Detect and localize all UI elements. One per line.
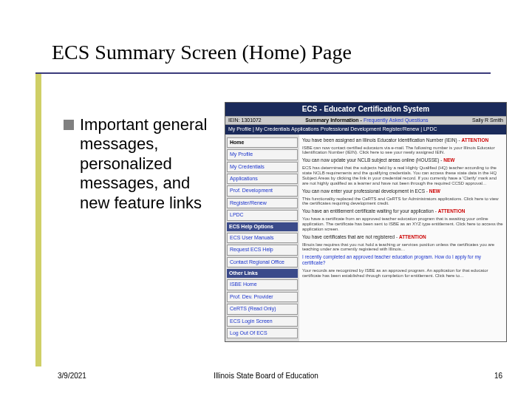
notice: You can now update your NCLB subject are… <box>302 157 503 163</box>
notice: You can now enter your professional deve… <box>302 188 503 194</box>
app-sidebar: Home My Profile My Credentials Applicati… <box>225 134 299 342</box>
sidebar-item[interactable]: LPDC <box>227 210 298 220</box>
notice-detail: Your records are recognized by ISBE as a… <box>302 268 503 279</box>
title-underline <box>35 72 491 74</box>
sidebar-item[interactable]: ISBE Home <box>227 279 298 290</box>
notice: You have an entitlement certificate wait… <box>302 208 503 214</box>
notice-detail: ISBE can now contact certified educators… <box>302 146 503 156</box>
app-main: You have been assigned an Illinois Educa… <box>299 134 506 342</box>
app-topbar: IEIN: 1301072 Summary Information - Freq… <box>225 116 506 125</box>
sidebar-item[interactable]: Request ECS Help <box>227 245 298 255</box>
bullet-icon <box>64 120 74 130</box>
sidebar-header: Other Links <box>227 269 298 278</box>
notice: You have certificates that are not regis… <box>302 234 503 240</box>
sidebar-item[interactable]: Prof. Development <box>227 185 298 196</box>
sidebar-item[interactable]: ECS User Manuals <box>227 233 298 243</box>
bullet-item: Important general messages, personalized… <box>64 115 213 213</box>
footer-center: Illinois State Board of Education <box>0 372 532 380</box>
sidebar-item[interactable]: Applications <box>227 174 298 184</box>
notice-detail: You have a certificate from an approved … <box>302 216 503 232</box>
notice-detail: This functionality replaced the CeRTS an… <box>302 197 503 207</box>
sidebar-item[interactable]: Contact Regional Office <box>227 257 298 267</box>
accent-bar <box>35 74 41 366</box>
embedded-screenshot: ECS - Educator Certification System IEIN… <box>225 102 507 342</box>
sidebar-item-home[interactable]: Home <box>227 137 298 148</box>
notice-detail: ECS has determined that the subjects hel… <box>302 166 503 186</box>
sidebar-item[interactable]: My Credentials <box>227 162 298 172</box>
sidebar-item[interactable]: My Profile <box>227 149 298 160</box>
sidebar-header: ECS Help Options <box>227 222 298 231</box>
footer-page-number: 16 <box>494 372 502 380</box>
topbar-right: Sally R Smith <box>472 117 503 123</box>
sidebar-item[interactable]: CeRTS (Read Only) <box>227 304 298 314</box>
topbar-mid-bold: Summary Information <box>305 117 358 123</box>
notice: You have been assigned an Illinois Educa… <box>302 137 503 143</box>
topbar-left: IEIN: 1301072 <box>228 117 262 123</box>
topbar-mid: Summary Information - Frequently Asked Q… <box>305 117 428 123</box>
app-nav[interactable]: My Profile | My Credentials Applications… <box>225 125 506 134</box>
topbar-faq-link[interactable]: Frequently Asked Questions <box>364 117 429 123</box>
sidebar-item[interactable]: ECS Login Screen <box>227 316 298 327</box>
app-header: ECS - Educator Certification System <box>225 103 506 116</box>
sidebar-item[interactable]: Log Out Of ECS <box>227 328 298 338</box>
notice-link[interactable]: I recently completed an approved teacher… <box>302 254 503 266</box>
sidebar-item[interactable]: Register/Renew <box>227 198 298 208</box>
bullet-text: Important general messages, personalized… <box>80 115 213 213</box>
sidebar-item[interactable]: Prof. Dev. Provider <box>227 292 298 302</box>
notice-detail: Illinois law requires that you not hold … <box>302 242 503 253</box>
slide-title: ECS Summary Screen (Home) Page <box>52 41 352 64</box>
